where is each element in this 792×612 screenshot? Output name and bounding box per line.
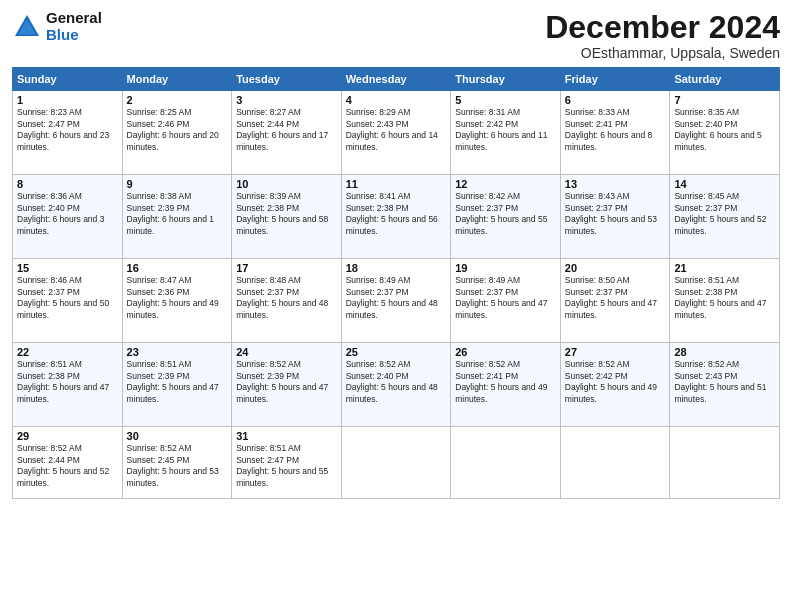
subtitle: OEsthammar, Uppsala, Sweden <box>545 45 780 61</box>
col-monday: Monday <box>122 68 232 91</box>
table-row: 31 Sunrise: 8:51 AMSunset: 2:47 PMDaylig… <box>232 427 342 499</box>
table-row: 17 Sunrise: 8:48 AMSunset: 2:37 PMDaylig… <box>232 259 342 343</box>
day-info: Sunrise: 8:52 AMSunset: 2:42 PMDaylight:… <box>565 359 666 405</box>
day-info: Sunrise: 8:52 AMSunset: 2:43 PMDaylight:… <box>674 359 775 405</box>
day-number: 5 <box>455 94 556 106</box>
day-info: Sunrise: 8:45 AMSunset: 2:37 PMDaylight:… <box>674 191 775 237</box>
table-row: 13 Sunrise: 8:43 AMSunset: 2:37 PMDaylig… <box>560 175 670 259</box>
day-number: 22 <box>17 346 118 358</box>
table-row: 10 Sunrise: 8:39 AMSunset: 2:38 PMDaylig… <box>232 175 342 259</box>
table-row: 6 Sunrise: 8:33 AMSunset: 2:41 PMDayligh… <box>560 91 670 175</box>
table-row: 5 Sunrise: 8:31 AMSunset: 2:42 PMDayligh… <box>451 91 561 175</box>
table-row: 4 Sunrise: 8:29 AMSunset: 2:43 PMDayligh… <box>341 91 451 175</box>
table-row: 11 Sunrise: 8:41 AMSunset: 2:38 PMDaylig… <box>341 175 451 259</box>
table-row: 7 Sunrise: 8:35 AMSunset: 2:40 PMDayligh… <box>670 91 780 175</box>
col-tuesday: Tuesday <box>232 68 342 91</box>
table-row: 1 Sunrise: 8:23 AMSunset: 2:47 PMDayligh… <box>13 91 123 175</box>
day-number: 27 <box>565 346 666 358</box>
day-info: Sunrise: 8:33 AMSunset: 2:41 PMDaylight:… <box>565 107 666 153</box>
day-info: Sunrise: 8:46 AMSunset: 2:37 PMDaylight:… <box>17 275 118 321</box>
table-row: 14 Sunrise: 8:45 AMSunset: 2:37 PMDaylig… <box>670 175 780 259</box>
page: General Blue December 2024 OEsthammar, U… <box>0 0 792 612</box>
day-info: Sunrise: 8:41 AMSunset: 2:38 PMDaylight:… <box>346 191 447 237</box>
day-number: 11 <box>346 178 447 190</box>
day-info: Sunrise: 8:23 AMSunset: 2:47 PMDaylight:… <box>17 107 118 153</box>
col-saturday: Saturday <box>670 68 780 91</box>
day-info: Sunrise: 8:49 AMSunset: 2:37 PMDaylight:… <box>455 275 556 321</box>
day-number: 1 <box>17 94 118 106</box>
main-title: December 2024 <box>545 10 780 45</box>
day-info: Sunrise: 8:51 AMSunset: 2:47 PMDaylight:… <box>236 443 337 489</box>
table-row: 28 Sunrise: 8:52 AMSunset: 2:43 PMDaylig… <box>670 343 780 427</box>
table-row: 15 Sunrise: 8:46 AMSunset: 2:37 PMDaylig… <box>13 259 123 343</box>
table-row: 30 Sunrise: 8:52 AMSunset: 2:45 PMDaylig… <box>122 427 232 499</box>
table-row <box>451 427 561 499</box>
calendar-header-row: Sunday Monday Tuesday Wednesday Thursday… <box>13 68 780 91</box>
logo-icon <box>12 12 42 42</box>
day-number: 18 <box>346 262 447 274</box>
day-info: Sunrise: 8:51 AMSunset: 2:39 PMDaylight:… <box>127 359 228 405</box>
day-number: 3 <box>236 94 337 106</box>
table-row: 18 Sunrise: 8:49 AMSunset: 2:37 PMDaylig… <box>341 259 451 343</box>
logo: General Blue <box>12 10 102 43</box>
day-info: Sunrise: 8:25 AMSunset: 2:46 PMDaylight:… <box>127 107 228 153</box>
day-number: 16 <box>127 262 228 274</box>
day-info: Sunrise: 8:36 AMSunset: 2:40 PMDaylight:… <box>17 191 118 237</box>
day-number: 25 <box>346 346 447 358</box>
day-number: 23 <box>127 346 228 358</box>
day-info: Sunrise: 8:31 AMSunset: 2:42 PMDaylight:… <box>455 107 556 153</box>
table-row: 23 Sunrise: 8:51 AMSunset: 2:39 PMDaylig… <box>122 343 232 427</box>
day-info: Sunrise: 8:51 AMSunset: 2:38 PMDaylight:… <box>674 275 775 321</box>
calendar-table: Sunday Monday Tuesday Wednesday Thursday… <box>12 67 780 499</box>
day-info: Sunrise: 8:42 AMSunset: 2:37 PMDaylight:… <box>455 191 556 237</box>
day-info: Sunrise: 8:52 AMSunset: 2:40 PMDaylight:… <box>346 359 447 405</box>
table-row: 21 Sunrise: 8:51 AMSunset: 2:38 PMDaylig… <box>670 259 780 343</box>
day-info: Sunrise: 8:51 AMSunset: 2:38 PMDaylight:… <box>17 359 118 405</box>
day-info: Sunrise: 8:49 AMSunset: 2:37 PMDaylight:… <box>346 275 447 321</box>
day-info: Sunrise: 8:48 AMSunset: 2:37 PMDaylight:… <box>236 275 337 321</box>
table-row: 29 Sunrise: 8:52 AMSunset: 2:44 PMDaylig… <box>13 427 123 499</box>
table-row: 2 Sunrise: 8:25 AMSunset: 2:46 PMDayligh… <box>122 91 232 175</box>
day-info: Sunrise: 8:52 AMSunset: 2:44 PMDaylight:… <box>17 443 118 489</box>
table-row: 12 Sunrise: 8:42 AMSunset: 2:37 PMDaylig… <box>451 175 561 259</box>
col-sunday: Sunday <box>13 68 123 91</box>
day-number: 20 <box>565 262 666 274</box>
table-row <box>670 427 780 499</box>
day-number: 8 <box>17 178 118 190</box>
table-row: 27 Sunrise: 8:52 AMSunset: 2:42 PMDaylig… <box>560 343 670 427</box>
day-number: 19 <box>455 262 556 274</box>
day-info: Sunrise: 8:52 AMSunset: 2:41 PMDaylight:… <box>455 359 556 405</box>
table-row: 20 Sunrise: 8:50 AMSunset: 2:37 PMDaylig… <box>560 259 670 343</box>
table-row: 16 Sunrise: 8:47 AMSunset: 2:36 PMDaylig… <box>122 259 232 343</box>
title-block: December 2024 OEsthammar, Uppsala, Swede… <box>545 10 780 61</box>
table-row <box>560 427 670 499</box>
day-number: 15 <box>17 262 118 274</box>
table-row: 25 Sunrise: 8:52 AMSunset: 2:40 PMDaylig… <box>341 343 451 427</box>
day-number: 29 <box>17 430 118 442</box>
day-number: 31 <box>236 430 337 442</box>
day-info: Sunrise: 8:29 AMSunset: 2:43 PMDaylight:… <box>346 107 447 153</box>
table-row: 24 Sunrise: 8:52 AMSunset: 2:39 PMDaylig… <box>232 343 342 427</box>
day-number: 7 <box>674 94 775 106</box>
day-info: Sunrise: 8:52 AMSunset: 2:39 PMDaylight:… <box>236 359 337 405</box>
day-number: 9 <box>127 178 228 190</box>
day-info: Sunrise: 8:50 AMSunset: 2:37 PMDaylight:… <box>565 275 666 321</box>
day-info: Sunrise: 8:52 AMSunset: 2:45 PMDaylight:… <box>127 443 228 489</box>
logo-text: General Blue <box>46 10 102 43</box>
table-row: 3 Sunrise: 8:27 AMSunset: 2:44 PMDayligh… <box>232 91 342 175</box>
day-number: 28 <box>674 346 775 358</box>
day-number: 21 <box>674 262 775 274</box>
day-number: 26 <box>455 346 556 358</box>
day-info: Sunrise: 8:39 AMSunset: 2:38 PMDaylight:… <box>236 191 337 237</box>
col-wednesday: Wednesday <box>341 68 451 91</box>
day-number: 4 <box>346 94 447 106</box>
col-friday: Friday <box>560 68 670 91</box>
day-info: Sunrise: 8:27 AMSunset: 2:44 PMDaylight:… <box>236 107 337 153</box>
table-row: 22 Sunrise: 8:51 AMSunset: 2:38 PMDaylig… <box>13 343 123 427</box>
table-row: 19 Sunrise: 8:49 AMSunset: 2:37 PMDaylig… <box>451 259 561 343</box>
day-number: 6 <box>565 94 666 106</box>
header: General Blue December 2024 OEsthammar, U… <box>12 10 780 61</box>
day-info: Sunrise: 8:38 AMSunset: 2:39 PMDaylight:… <box>127 191 228 237</box>
table-row: 8 Sunrise: 8:36 AMSunset: 2:40 PMDayligh… <box>13 175 123 259</box>
day-info: Sunrise: 8:43 AMSunset: 2:37 PMDaylight:… <box>565 191 666 237</box>
